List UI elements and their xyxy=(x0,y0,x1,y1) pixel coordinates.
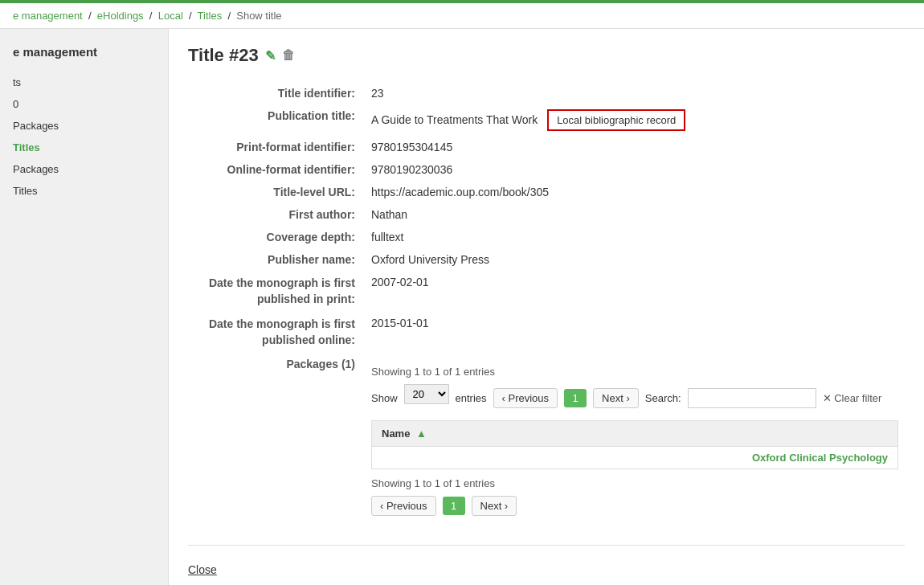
row-coverage-depth: Coverage depth: fulltext xyxy=(188,226,905,248)
publication-title-value: A Guide to Treatments That Work Local bi… xyxy=(365,104,905,136)
coverage-depth-value: fulltext xyxy=(365,226,905,248)
delete-icon[interactable]: 🗑 xyxy=(282,48,295,63)
title-identifier-label: Title identifier: xyxy=(188,82,365,104)
page-num-top[interactable]: 1 xyxy=(564,389,587,407)
close-button[interactable]: Close xyxy=(188,558,217,581)
search-input[interactable] xyxy=(688,388,816,408)
layout: e management ts 0 Packages Titles Packag… xyxy=(0,29,924,585)
main-content: Title #23 ✎ 🗑 Title identifier: 23 Publi… xyxy=(169,29,924,585)
previous-button-bottom[interactable]: ‹ Previous xyxy=(371,496,436,516)
package-name-cell: Oxford Clinical Psychology xyxy=(372,447,898,469)
row-print-format: Print-format identifier: 9780195304145 xyxy=(188,136,905,158)
breadcrumb-eManagement[interactable]: e management xyxy=(13,10,83,22)
sidebar-item-titles1[interactable]: Titles xyxy=(0,137,168,158)
local-bib-button[interactable]: Local bibliographic record xyxy=(547,109,685,131)
packages-section-label: Packages (1) xyxy=(188,353,365,529)
previous-button-top[interactable]: ‹ Previous xyxy=(493,388,558,408)
sidebar-section: ts 0 Packages Titles Packages Titles xyxy=(0,72,168,202)
packages-section: Showing 1 to 1 of 1 entries Show 10 20 5… xyxy=(371,366,898,516)
publisher-label: Publisher name: xyxy=(188,248,365,271)
publication-title-label: Publication title: xyxy=(188,104,365,136)
row-online-format: Online-format identifier: 9780190230036 xyxy=(188,158,905,181)
col-name-label: Name xyxy=(382,428,410,440)
date-online-value: 2015-01-01 xyxy=(365,312,905,353)
date-print-value: 2007-02-01 xyxy=(365,271,905,312)
showing-top: Showing 1 to 1 of 1 entries xyxy=(371,366,898,378)
packages-table-head: Name ▲ xyxy=(372,421,898,447)
breadcrumb-eHoldings[interactable]: eHoldings xyxy=(97,10,144,22)
sort-icon[interactable]: ▲ xyxy=(416,428,427,440)
package-link[interactable]: Oxford Clinical Psychology xyxy=(752,452,888,464)
page-title-container: Title #23 ✎ 🗑 xyxy=(188,45,905,66)
sidebar-item-ts[interactable]: ts xyxy=(0,72,168,93)
first-author-label: First author: xyxy=(188,203,365,226)
table-row: Oxford Clinical Psychology xyxy=(372,447,898,469)
row-first-author: First author: Nathan xyxy=(188,203,905,226)
row-publisher: Publisher name: Oxford University Press xyxy=(188,248,905,271)
date-print-label: Date the monograph is first published in… xyxy=(188,271,365,312)
title-url-label: Title-level URL: xyxy=(188,181,365,203)
print-format-value: 9780195304145 xyxy=(365,136,905,158)
title-identifier-value: 23 xyxy=(365,82,905,104)
print-format-label: Print-format identifier: xyxy=(188,136,365,158)
row-publication-title: Publication title: A Guide to Treatments… xyxy=(188,104,905,136)
sidebar-title: e management xyxy=(0,37,168,65)
show-label: Show xyxy=(371,392,398,404)
breadcrumb-titles[interactable]: Titles xyxy=(198,10,223,22)
row-date-print: Date the monograph is first published in… xyxy=(188,271,905,312)
row-packages: Packages (1) Showing 1 to 1 of 1 entries… xyxy=(188,353,905,529)
pagination-bar-top: Show 10 20 50 100 entries ‹ Previous 1 N… xyxy=(371,384,898,412)
sidebar-item-packages1[interactable]: Packages xyxy=(0,115,168,137)
breadcrumb-current: Show title xyxy=(236,10,281,22)
online-format-label: Online-format identifier: xyxy=(188,158,365,181)
row-date-online: Date the monograph is first published on… xyxy=(188,312,905,353)
first-author-value: Nathan xyxy=(365,203,905,226)
packages-section-content: Showing 1 to 1 of 1 entries Show 10 20 5… xyxy=(365,353,905,529)
detail-table: Title identifier: 23 Publication title: … xyxy=(188,82,905,529)
show-select[interactable]: 10 20 50 100 xyxy=(404,384,449,404)
entries-label: entries xyxy=(456,392,487,404)
breadcrumb: e management / eHoldings / Local / Title… xyxy=(0,3,924,29)
packages-table-body: Oxford Clinical Psychology xyxy=(372,447,898,469)
next-button-top[interactable]: Next › xyxy=(593,388,639,408)
sidebar-item-packages2[interactable]: Packages xyxy=(0,158,168,180)
next-button-bottom[interactable]: Next › xyxy=(472,496,517,516)
clear-filter-button[interactable]: ✕ Clear filter xyxy=(823,392,882,404)
sidebar: e management ts 0 Packages Titles Packag… xyxy=(0,29,169,585)
search-label: Search: xyxy=(645,392,681,404)
coverage-depth-label: Coverage depth: xyxy=(188,226,365,248)
page-title: Title #23 xyxy=(188,45,259,66)
packages-table: Name ▲ Oxford Clinical Psychology xyxy=(371,420,898,469)
row-title-identifier: Title identifier: 23 xyxy=(188,82,905,104)
row-title-url: Title-level URL: https://academic.oup.co… xyxy=(188,181,905,203)
sidebar-item-0[interactable]: 0 xyxy=(0,93,168,115)
divider xyxy=(188,545,905,546)
online-format-value: 9780190230036 xyxy=(365,158,905,181)
publisher-value: Oxford University Press xyxy=(365,248,905,271)
title-url-value: https://academic.oup.com/book/305 xyxy=(365,181,905,203)
showing-bottom: Showing 1 to 1 of 1 entries xyxy=(371,477,898,489)
col-name: Name ▲ xyxy=(372,421,898,447)
page-num-bottom[interactable]: 1 xyxy=(443,497,465,515)
sidebar-item-titles2[interactable]: Titles xyxy=(0,180,168,202)
pagination-bar-bottom: ‹ Previous 1 Next › xyxy=(371,496,898,516)
edit-icon[interactable]: ✎ xyxy=(265,48,276,63)
date-online-label: Date the monograph is first published on… xyxy=(188,312,365,353)
breadcrumb-local[interactable]: Local xyxy=(158,10,183,22)
table-header-row: Name ▲ xyxy=(372,421,898,447)
